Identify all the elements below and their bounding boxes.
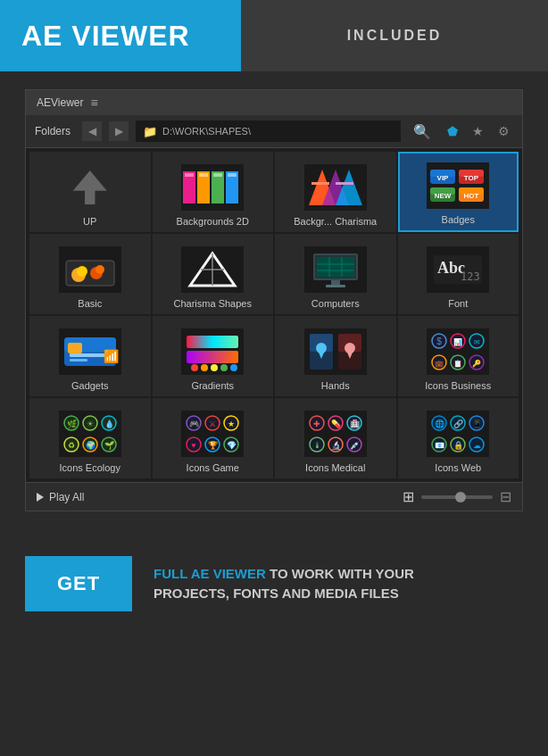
svg-point-33 [95,265,104,274]
svg-text:⚔: ⚔ [209,420,216,428]
svg-text:NEW: NEW [435,192,452,200]
grid-item-gadgets[interactable]: 📶 Gadgets [29,316,151,396]
thumb-basic [59,246,121,293]
svg-text:🌱: 🌱 [104,440,114,451]
main-container: AEViewer ≡ Folders ◀ ▶ 📁 D:\WORK\SHAPES\… [0,71,548,529]
thumb-charisma-shapes [181,246,244,293]
grid-item-icons-ecology[interactable]: 🌿 ☀ 💧 ♻ 🌍 🌱 Icons Ecology [29,398,151,478]
thumb-font: Abc 123 [427,246,489,293]
svg-rect-56 [70,353,105,357]
panel-menu-icon[interactable]: ≡ [90,96,97,110]
svg-point-31 [77,266,87,277]
grid-item-font[interactable]: Abc 123 Font [398,234,519,314]
svg-point-66 [230,364,237,371]
panel-header: AEViewer ≡ [26,90,522,115]
search-button[interactable]: 🔍 [408,121,436,142]
grid-item-basic[interactable]: Basic [29,234,151,314]
included-banner: INCLUDED [241,0,548,71]
grid-item-gradients[interactable]: Gradients [153,316,274,396]
svg-text:📊: 📊 [453,337,462,346]
view-controls: ⊞ ⊟ [403,488,511,505]
svg-text:🏆: 🏆 [208,440,219,451]
item-label-charisma-shapes: Charisma Shapes [156,298,270,309]
grid-item-hands[interactable]: Hands [275,316,396,396]
grid-item-up[interactable]: UP [29,152,151,232]
item-label-icons-business: Icons Business [402,380,516,391]
item-label-gadgets: Gadgets [33,380,147,391]
thumb-gradients [181,328,244,375]
cta-description: FULL AE VIEWER TO WORK WITH YOUR PROJECT… [154,564,439,604]
svg-text:✚: ✚ [313,420,320,428]
play-all-label: Play All [49,491,84,503]
play-triangle-icon [37,493,44,502]
settings-button[interactable]: ⚙ [494,122,513,140]
svg-text:💧: 💧 [104,419,114,429]
included-label: INCLUDED [347,28,443,44]
svg-text:♥: ♥ [192,441,196,450]
grid-item-icons-game[interactable]: 🎮 ⚔ ★ ♥ 🏆 💎 Icons Game [153,398,274,478]
svg-rect-6 [199,173,208,177]
svg-point-64 [211,364,218,371]
svg-text:♻: ♻ [68,441,75,450]
svg-text:🔬: 🔬 [330,440,341,451]
item-label-icons-game: Icons Game [156,462,270,473]
path-display: 📁 D:\WORK\SHAPES\ [136,120,401,142]
grid-item-icons-web[interactable]: 🌐 🔗 📱 📧 🔒 ☁ Icons Web [398,398,519,478]
svg-text:HOT: HOT [464,192,479,200]
thumb-badges: VIP TOP NEW HOT [427,162,489,209]
bookmark-active-button[interactable]: ⬟ [444,122,461,140]
header: AE VIEWER INCLUDED [0,0,548,71]
app-title-bar: AE VIEWER [0,0,241,71]
get-button[interactable]: GET [25,556,132,611]
item-label-badges: Badges [403,214,514,225]
grid-view-button[interactable]: ⊞ [403,488,414,505]
app-title: AE VIEWER [21,20,190,53]
svg-rect-60 [187,336,238,348]
grid-item-backgr-charisma[interactable]: Backgr... Charisma [275,152,396,232]
star-button[interactable]: ★ [469,122,487,140]
svg-text:🔒: 🔒 [453,440,464,451]
grid-item-badges[interactable]: VIP TOP NEW HOT Badges [398,152,519,232]
thumb-icons-web: 🌐 🔗 📱 📧 🔒 ☁ [427,411,489,457]
svg-text:☁: ☁ [473,441,481,450]
svg-text:TOP: TOP [464,174,479,182]
cta-highlight: FULL AE VIEWER [154,566,266,581]
grid-item-icons-business[interactable]: $ 📊 ✉ 💼 📋 🔑 Icons Business [398,316,519,396]
toolbar: Folders ◀ ▶ 📁 D:\WORK\SHAPES\ 🔍 ⬟ ★ ⚙ [26,115,522,148]
item-label-computers: Computers [278,298,393,309]
svg-rect-55 [68,343,82,353]
bottom-bar: Play All ⊞ ⊟ [26,482,522,511]
folder-icon: 📁 [143,125,157,138]
nav-back-button[interactable]: ◀ [82,121,102,141]
size-slider[interactable] [421,495,493,499]
svg-rect-41 [317,257,354,277]
svg-point-65 [220,364,228,371]
item-label-font: Font [402,298,516,309]
nav-forward-button[interactable]: ▶ [109,121,129,141]
list-view-button[interactable]: ⊟ [500,488,511,505]
svg-text:🌿: 🌿 [66,419,77,429]
svg-text:$: $ [436,336,442,346]
grid-item-backgrounds2d[interactable]: Backgrounds 2D [153,152,274,232]
svg-text:🔑: 🔑 [472,359,481,368]
svg-text:💊: 💊 [330,419,341,429]
grid-item-icons-medical[interactable]: ✚ 💊 🏥 🌡 🔬 💉 Icons Medical [275,398,396,478]
cta-section: GET FULL AE VIEWER TO WORK WITH YOUR PRO… [0,529,548,638]
item-label-icons-medical: Icons Medical [278,462,393,473]
item-label-gradients: Gradients [156,380,270,391]
panel-tab-label[interactable]: AEViewer [37,96,83,109]
grid-item-computers[interactable]: Computers [275,234,396,314]
svg-rect-47 [326,285,345,287]
svg-text:📶: 📶 [104,349,120,364]
thumb-icons-business: $ 📊 ✉ 💼 📋 🔑 [427,328,489,375]
svg-rect-61 [187,351,238,363]
grid-item-charisma-shapes[interactable]: Charisma Shapes [153,234,274,314]
thumb-hands [304,328,367,375]
play-all-button[interactable]: Play All [37,491,84,503]
folders-label: Folders [35,125,75,137]
svg-rect-8 [228,173,237,177]
thumb-icons-game: 🎮 ⚔ ★ ♥ 🏆 💎 [181,411,244,457]
svg-point-62 [191,364,198,371]
svg-rect-15 [427,162,489,209]
thumb-backgr-charisma [304,164,367,211]
